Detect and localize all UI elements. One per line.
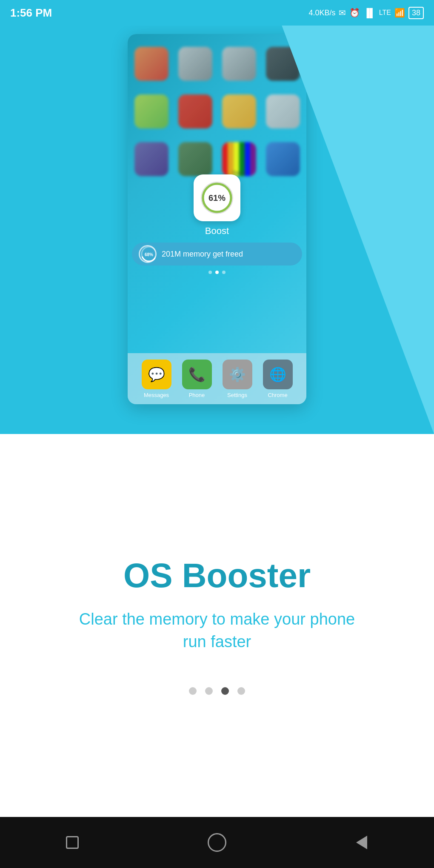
phone-mockup: Theme 61% Boo xyxy=(128,34,306,404)
messages-label: Messages xyxy=(144,392,169,398)
app-icon-7 xyxy=(222,94,256,128)
app-icon-wrapper xyxy=(132,47,171,89)
memory-ring: 68% xyxy=(140,245,155,263)
app-icon-wrapper xyxy=(263,47,302,89)
chrome-label: Chrome xyxy=(268,392,287,398)
lte-icon: LTE xyxy=(379,9,391,17)
app-icon-theme: Theme xyxy=(222,142,256,176)
boost-widget[interactable]: 61% Boost xyxy=(194,174,240,237)
memory-circle: 68% xyxy=(139,245,157,263)
boost-icon[interactable]: 61% xyxy=(194,174,240,221)
wifi-icon: 📶 xyxy=(394,8,405,18)
dock-messages[interactable]: 💬 Messages xyxy=(142,360,171,398)
app-icon-9 xyxy=(134,142,168,176)
boost-percent: 61% xyxy=(208,193,226,203)
phone-dock: 💬 Messages 📞 Phone ⚙️ Settings 🌐 Chrome xyxy=(128,353,306,404)
status-icons: 4.0KB/s ✉ ⏰ ▐▌ LTE 📶 38 xyxy=(308,7,424,19)
app-icon-wrapper xyxy=(263,94,302,137)
memory-text: 201M memory get freed xyxy=(162,250,243,259)
recent-apps-button[interactable] xyxy=(62,832,83,853)
app-icon-2 xyxy=(178,47,212,81)
bottom-section: OS Booster Clear the memory to make your… xyxy=(0,434,434,817)
recent-icon xyxy=(66,836,79,849)
svg-text:68%: 68% xyxy=(145,252,153,257)
home-button[interactable] xyxy=(206,832,228,853)
app-icon-12 xyxy=(266,142,300,176)
phone-screen: Theme 61% Boo xyxy=(128,34,306,404)
page-indicator xyxy=(189,687,245,695)
phone-label: Phone xyxy=(189,392,205,398)
app-icon-5 xyxy=(134,94,168,128)
app-icon-wrapper xyxy=(220,94,258,137)
app-icon-wrapper xyxy=(132,94,171,137)
network-speed: 4.0KB/s xyxy=(308,9,335,17)
app-icon-1 xyxy=(134,47,168,81)
app-icon-wrapper xyxy=(176,94,214,137)
app-icon-8 xyxy=(266,94,300,128)
app-subtitle: Clear the memory to make your phone run … xyxy=(68,608,366,653)
app-icon-wrapper xyxy=(263,142,302,185)
page-dot-2[interactable] xyxy=(205,687,213,695)
app-icon-6 xyxy=(178,94,212,128)
status-bar: 1:56 PM 4.0KB/s ✉ ⏰ ▐▌ LTE 📶 38 xyxy=(0,0,434,26)
app-icon-10 xyxy=(178,142,212,176)
settings-icon[interactable]: ⚙️ xyxy=(223,360,252,389)
dock-settings[interactable]: ⚙️ Settings xyxy=(223,360,252,398)
phone-page-dots xyxy=(208,271,226,274)
top-section: Theme 61% Boo xyxy=(0,0,434,434)
nav-bar xyxy=(0,817,434,868)
page-dot-4[interactable] xyxy=(237,687,245,695)
home-icon xyxy=(208,833,226,852)
phone-dot-3 xyxy=(222,271,226,274)
app-icon-3 xyxy=(222,47,256,81)
signal-icon: ✉ xyxy=(339,8,346,18)
boost-label: Boost xyxy=(205,226,229,237)
page-dot-3[interactable] xyxy=(221,687,229,695)
memory-bar: 68% 201M memory get freed xyxy=(132,243,302,266)
app-title: OS Booster xyxy=(123,556,311,595)
app-icon-4 xyxy=(266,47,300,81)
status-time: 1:56 PM xyxy=(10,6,52,20)
app-icon-wrapper xyxy=(176,47,214,89)
back-button[interactable] xyxy=(351,832,372,853)
phone-icon[interactable]: 📞 xyxy=(182,360,212,389)
signal-bars-icon: ▐▌ xyxy=(363,8,375,18)
settings-label: Settings xyxy=(227,392,247,398)
phone-dot-1 xyxy=(208,271,212,274)
phone-dot-2 xyxy=(215,271,219,274)
dock-chrome[interactable]: 🌐 Chrome xyxy=(263,360,293,398)
alarm-icon: ⏰ xyxy=(349,8,360,18)
battery-icon: 38 xyxy=(408,7,424,19)
dock-phone[interactable]: 📞 Phone xyxy=(182,360,212,398)
messages-icon[interactable]: 💬 xyxy=(142,360,171,389)
boost-circle: 61% xyxy=(201,182,233,214)
back-icon xyxy=(356,836,367,849)
app-icon-wrapper xyxy=(132,142,171,185)
page-dot-1[interactable] xyxy=(189,687,197,695)
app-grid: Theme xyxy=(128,43,306,189)
app-icon-wrapper xyxy=(220,47,258,89)
chrome-icon[interactable]: 🌐 xyxy=(263,360,293,389)
